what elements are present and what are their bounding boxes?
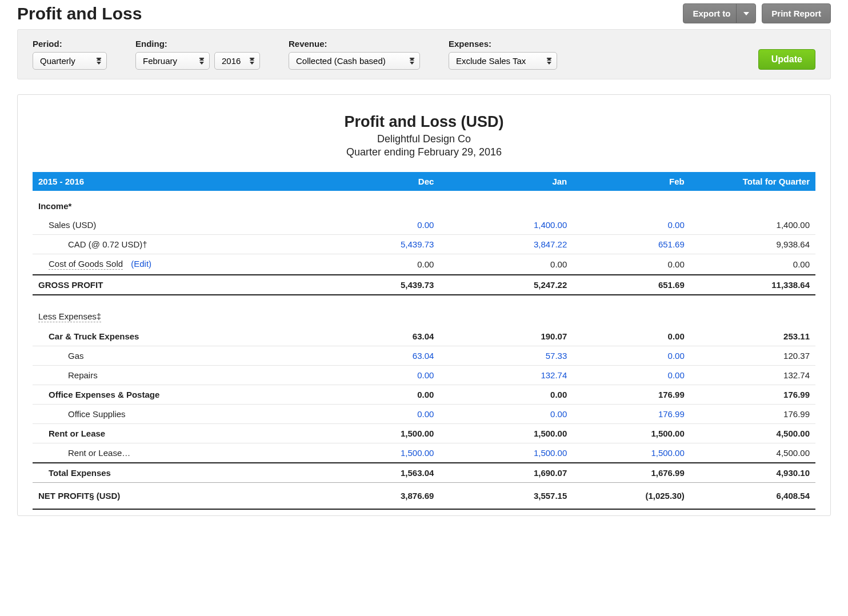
ending-month-select[interactable]: February	[135, 52, 210, 70]
report-company: Delightful Design Co	[33, 133, 815, 145]
cell: 0.00	[690, 254, 815, 275]
cell[interactable]: 176.99	[573, 405, 690, 424]
col-dec: Dec	[330, 172, 440, 191]
cell: 5,439.73	[330, 275, 440, 295]
cell[interactable]: 0.00	[573, 215, 690, 235]
cell[interactable]: 1,400.00	[439, 215, 573, 235]
cell: 9,938.64	[690, 235, 815, 254]
sales-label: Sales (USD)	[33, 215, 330, 235]
table-row: Gas 63.04 57.33 0.00 120.37	[33, 346, 815, 366]
total-expenses-label: Total Expenses	[33, 463, 330, 483]
income-header: Income*	[33, 191, 815, 215]
cell: 6,408.54	[690, 483, 815, 510]
cell: (1,025.30)	[573, 483, 690, 510]
revenue-label: Revenue:	[289, 39, 420, 49]
table-row: Office Supplies 0.00 0.00 176.99 176.99	[33, 405, 815, 424]
cell: 1,500.00	[573, 424, 690, 443]
cell[interactable]: 0.00	[573, 346, 690, 366]
profit-loss-table: 2015 - 2016 Dec Jan Feb Total for Quarte…	[33, 172, 815, 510]
cell[interactable]: 1,500.00	[439, 443, 573, 463]
table-row: Sales (USD) 0.00 1,400.00 0.00 1,400.00	[33, 215, 815, 235]
export-to-button[interactable]: Export to	[683, 3, 756, 23]
print-report-button[interactable]: Print Report	[762, 3, 831, 23]
ending-label: Ending:	[135, 39, 260, 49]
report-title: Profit and Loss (USD)	[33, 113, 815, 131]
cell[interactable]: 1,500.00	[330, 443, 440, 463]
cell: 11,338.64	[690, 275, 815, 295]
cell[interactable]: 63.04	[330, 346, 440, 366]
table-row: Office Expenses & Postage 0.00 0.00 176.…	[33, 385, 815, 405]
export-to-label: Export to	[693, 9, 730, 18]
period-select[interactable]: Quarterly	[33, 52, 107, 70]
net-profit-label: NET PROFIT§ (USD)	[33, 483, 330, 510]
repairs-label: Repairs	[33, 366, 330, 385]
cell: 3,876.69	[330, 483, 440, 510]
cell[interactable]: 132.74	[439, 366, 573, 385]
cell[interactable]: 5,439.73	[330, 235, 440, 254]
table-row: Cost of Goods Sold (Edit) 0.00 0.00 0.00…	[33, 254, 815, 275]
page-title: Profit and Loss	[17, 4, 142, 23]
cell[interactable]: 3,847.22	[439, 235, 573, 254]
update-button[interactable]: Update	[758, 49, 815, 70]
gross-profit-row: GROSS PROFIT 5,439.73 5,247.22 651.69 11…	[33, 275, 815, 295]
total-expenses-row: Total Expenses 1,563.04 1,690.07 1,676.9…	[33, 463, 815, 483]
cell: 120.37	[690, 346, 815, 366]
cell: 190.07	[439, 327, 573, 346]
expenses-label: Expenses:	[449, 39, 557, 49]
cogs-text: Cost of Goods Sold	[49, 259, 123, 270]
cell[interactable]: 57.33	[439, 346, 573, 366]
cell: 1,500.00	[330, 424, 440, 443]
expenses-select[interactable]: Exclude Sales Tax	[449, 52, 557, 70]
cell: 0.00	[439, 254, 573, 275]
cell[interactable]: 651.69	[573, 235, 690, 254]
table-row: Car & Truck Expenses 63.04 190.07 0.00 2…	[33, 327, 815, 346]
table-row: Repairs 0.00 132.74 0.00 132.74	[33, 366, 815, 385]
cell: 1,676.99	[573, 463, 690, 483]
cell[interactable]: 0.00	[330, 405, 440, 424]
cell: 0.00	[330, 254, 440, 275]
rent-sub-label: Rent or Lease…	[33, 443, 330, 463]
gas-label: Gas	[33, 346, 330, 366]
period-label: Period:	[33, 39, 107, 49]
net-profit-row: NET PROFIT§ (USD) 3,876.69 3,557.15 (1,0…	[33, 483, 815, 510]
cell[interactable]: 0.00	[330, 366, 440, 385]
car-label: Car & Truck Expenses	[33, 327, 330, 346]
cell: 1,500.00	[439, 424, 573, 443]
report-card: Profit and Loss (USD) Delightful Design …	[17, 94, 831, 516]
cell[interactable]: 0.00	[439, 405, 573, 424]
col-jan: Jan	[439, 172, 573, 191]
cogs-label: Cost of Goods Sold (Edit)	[33, 254, 330, 275]
chevron-down-icon	[736, 4, 755, 23]
cell: 132.74	[690, 366, 815, 385]
cell: 651.69	[573, 275, 690, 295]
col-total: Total for Quarter	[690, 172, 815, 191]
col-feb: Feb	[573, 172, 690, 191]
table-row: Rent or Lease 1,500.00 1,500.00 1,500.00…	[33, 424, 815, 443]
cell: 176.99	[573, 385, 690, 405]
cell: 0.00	[439, 385, 573, 405]
cell: 176.99	[690, 385, 815, 405]
gross-label: GROSS PROFIT	[33, 275, 330, 295]
cell: 0.00	[330, 385, 440, 405]
table-row: Rent or Lease… 1,500.00 1,500.00 1,500.0…	[33, 443, 815, 463]
cell: 1,690.07	[439, 463, 573, 483]
cell: 176.99	[690, 405, 815, 424]
office-label: Office Expenses & Postage	[33, 385, 330, 405]
report-subtitle: Quarter ending February 29, 2016	[33, 146, 815, 158]
cell: 4,500.00	[690, 443, 815, 463]
ending-year-select[interactable]: 2016	[214, 52, 260, 70]
cogs-edit-link[interactable]: (Edit)	[131, 259, 151, 269]
cell[interactable]: 1,500.00	[573, 443, 690, 463]
filter-bar: Period: Quarterly Ending: February 2016	[17, 29, 831, 79]
cell: 63.04	[330, 327, 440, 346]
table-row: CAD (@ 0.72 USD)† 5,439.73 3,847.22 651.…	[33, 235, 815, 254]
cell: 0.00	[573, 327, 690, 346]
cell: 0.00	[573, 254, 690, 275]
revenue-select[interactable]: Collected (Cash based)	[289, 52, 420, 70]
cell[interactable]: 0.00	[573, 366, 690, 385]
supplies-label: Office Supplies	[33, 405, 330, 424]
less-expenses-header: Less Expenses‡	[33, 295, 815, 327]
cell: 4,930.10	[690, 463, 815, 483]
cad-label: CAD (@ 0.72 USD)†	[33, 235, 330, 254]
cell[interactable]: 0.00	[330, 215, 440, 235]
